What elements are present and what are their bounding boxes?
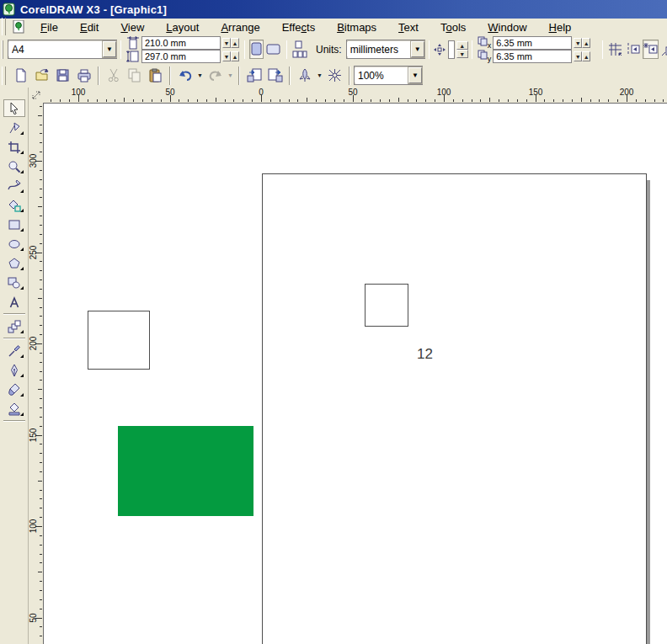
smart-fill-tool[interactable] <box>3 196 25 214</box>
drawing-canvas[interactable]: 12 <box>43 103 667 644</box>
duplicate-y-field[interactable] <box>493 50 572 63</box>
portrait-button[interactable] <box>249 40 264 59</box>
duplicate-y-spin-down-icon[interactable]: ▼ <box>574 51 582 61</box>
save-button[interactable] <box>53 66 72 85</box>
fill-tool[interactable] <box>3 381 25 398</box>
square-onpage[interactable] <box>365 284 408 327</box>
menu-arrange[interactable]: Arrange <box>212 19 268 35</box>
paper-height-input[interactable] <box>145 51 217 61</box>
polygon-tool[interactable] <box>3 254 25 272</box>
application-launcher-button[interactable] <box>295 66 314 85</box>
menu-bar-gripper[interactable] <box>2 18 6 36</box>
import-button[interactable] <box>244 66 264 85</box>
ruler-tick <box>40 170 42 171</box>
paper-height-spin-up-icon[interactable]: ▲ <box>231 51 239 61</box>
interactive-fill-tool[interactable] <box>3 400 25 418</box>
paper-type-dropdown-icon[interactable]: ▼ <box>103 41 116 57</box>
set-default-page-size-button[interactable] <box>291 38 308 61</box>
freehand-tool[interactable] <box>3 177 25 194</box>
interactive-blend-tool[interactable] <box>3 317 25 335</box>
duplicate-y-spin-up-icon[interactable]: ▲ <box>582 51 590 61</box>
zoom-level-value[interactable] <box>355 68 408 82</box>
new-button[interactable] <box>11 66 30 85</box>
rectangle-tool[interactable] <box>3 216 25 233</box>
drawing-page[interactable] <box>262 173 647 644</box>
pick-tool[interactable] <box>3 99 25 117</box>
snap-to-objects-button[interactable] <box>643 40 659 59</box>
redo-button[interactable] <box>205 66 225 85</box>
units-value[interactable] <box>347 42 411 56</box>
snap-to-grid-button[interactable] <box>607 40 623 59</box>
paper-width-spin-down-icon[interactable]: ▼ <box>222 38 231 48</box>
green-rectangle[interactable] <box>118 426 253 516</box>
units-combo[interactable]: ▼ <box>346 40 425 59</box>
shape-tool[interactable] <box>3 119 25 136</box>
menu-file[interactable]: File <box>32 19 67 35</box>
ruler-tick <box>206 99 207 102</box>
menu-window[interactable]: Window <box>479 19 535 35</box>
duplicate-x-field[interactable] <box>493 36 572 50</box>
snap-to-guidelines-button[interactable] <box>625 40 641 59</box>
paper-height-field[interactable] <box>141 50 221 63</box>
outline-tool[interactable] <box>3 361 25 379</box>
ellipse-tool[interactable] <box>3 235 25 253</box>
landscape-button[interactable] <box>265 40 282 59</box>
text-tool[interactable] <box>3 293 25 311</box>
document-menu-icon[interactable] <box>12 20 25 34</box>
undo-button[interactable] <box>175 66 195 85</box>
menu-layout[interactable]: Layout <box>157 19 207 35</box>
crop-tool[interactable] <box>3 138 25 156</box>
nudge-spin-down-icon[interactable]: ▼ <box>456 50 468 58</box>
paper-width-field[interactable] <box>141 36 221 50</box>
menu-help[interactable]: Help <box>541 19 580 35</box>
paper-type-value[interactable] <box>8 42 103 56</box>
export-icon <box>268 68 283 82</box>
zoom-level-dropdown-icon[interactable]: ▼ <box>408 67 422 83</box>
vertical-ruler[interactable]: 30025020015010050 <box>29 103 44 644</box>
print-button[interactable] <box>74 66 93 85</box>
export-button[interactable] <box>265 66 285 85</box>
menu-bitmaps[interactable]: Bitmaps <box>328 19 385 35</box>
cut-button[interactable] <box>104 66 123 85</box>
standard-toolbar-gripper[interactable] <box>2 67 6 85</box>
property-bar-gripper[interactable] <box>2 40 3 59</box>
menu-text[interactable]: Text <box>390 19 427 35</box>
duplicate-y-input[interactable] <box>496 51 568 61</box>
paper-width-spin-up-icon[interactable]: ▲ <box>231 38 239 48</box>
menu-edit[interactable]: Edit <box>72 19 107 35</box>
duplicate-x-input[interactable] <box>496 38 568 48</box>
paper-type-combo[interactable]: ▼ <box>8 40 117 59</box>
open-button[interactable] <box>32 66 51 85</box>
flyout-indicator <box>20 247 24 251</box>
title-bar[interactable]: CorelDRAW X3 - [Graphic1] <box>0 0 667 19</box>
menu-tools[interactable]: Tools <box>432 19 474 35</box>
corel-online-button[interactable] <box>325 66 344 85</box>
zoom-tool[interactable] <box>3 157 25 175</box>
eyedropper-tool[interactable] <box>3 342 25 359</box>
nudge-offset-field[interactable] <box>448 40 455 59</box>
dynamic-guides-button[interactable] <box>660 40 667 59</box>
units-dropdown-icon[interactable]: ▼ <box>411 41 424 57</box>
separator <box>244 40 245 59</box>
menu-effects[interactable]: Effects <box>274 19 324 35</box>
basic-shapes-tool[interactable] <box>3 274 25 291</box>
redo-dropdown-icon[interactable]: ▼ <box>226 66 235 85</box>
duplicate-x-spin-up-icon[interactable]: ▲ <box>582 38 590 48</box>
paper-width-input[interactable] <box>145 38 217 48</box>
duplicate-x-spin-down-icon[interactable]: ▼ <box>574 38 582 48</box>
application-launcher-dropdown-icon[interactable]: ▼ <box>315 66 324 85</box>
copy-button[interactable] <box>125 66 144 85</box>
undo-dropdown-icon[interactable]: ▼ <box>195 66 205 85</box>
undo-icon <box>178 69 193 82</box>
ruler-origin[interactable] <box>29 88 43 104</box>
square-offpage[interactable] <box>88 311 150 370</box>
paper-height-spin-down-icon[interactable]: ▼ <box>222 51 231 61</box>
horizontal-ruler[interactable]: 10050050100150200 <box>43 88 667 104</box>
menu-view[interactable]: View <box>112 19 152 35</box>
paste-button[interactable] <box>146 66 165 85</box>
ruler-tick <box>472 99 472 102</box>
canvas-text[interactable]: 12 <box>417 346 433 363</box>
zoom-level-combo[interactable]: ▼ <box>354 66 423 85</box>
nudge-spin-up-icon[interactable]: ▲ <box>456 41 468 50</box>
ruler-tick <box>599 99 600 102</box>
